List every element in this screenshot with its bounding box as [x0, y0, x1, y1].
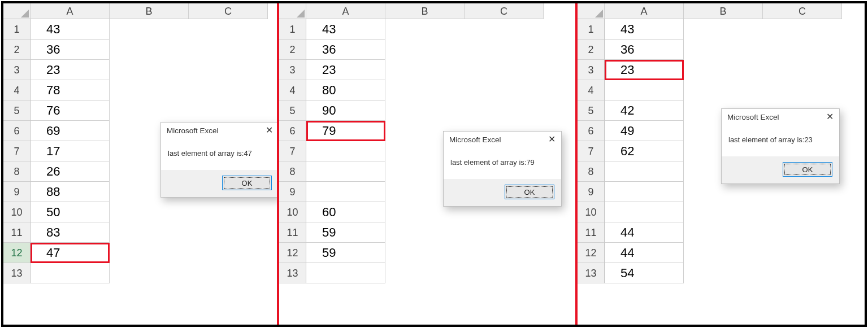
row-header[interactable]: 3 — [578, 60, 605, 80]
cell[interactable] — [110, 60, 189, 80]
cell[interactable] — [763, 40, 842, 60]
cell[interactable] — [763, 19, 842, 40]
ok-button[interactable]: OK — [505, 185, 554, 199]
cell[interactable] — [110, 80, 189, 100]
cell[interactable] — [763, 80, 842, 100]
row-header[interactable]: 2 — [279, 40, 306, 60]
cell[interactable] — [110, 243, 189, 263]
ok-button[interactable]: OK — [783, 162, 832, 177]
cell[interactable]: 43 — [306, 19, 385, 40]
row-header[interactable]: 1 — [578, 19, 605, 40]
select-all-corner[interactable] — [3, 3, 31, 19]
column-header-C[interactable]: C — [763, 3, 842, 19]
cell[interactable] — [465, 263, 544, 283]
row-header[interactable]: 2 — [578, 40, 605, 60]
cell[interactable]: 23 — [31, 60, 110, 80]
column-header-A[interactable]: A — [605, 3, 684, 19]
cell[interactable]: 36 — [605, 40, 684, 60]
cell[interactable] — [385, 80, 465, 100]
cell[interactable]: 44 — [605, 222, 684, 243]
cell[interactable] — [385, 60, 465, 80]
select-all-corner[interactable] — [279, 3, 306, 19]
cell[interactable] — [189, 80, 268, 100]
close-icon[interactable]: ✕ — [824, 112, 835, 122]
cell[interactable]: 50 — [31, 202, 110, 222]
cell[interactable]: 83 — [31, 222, 110, 243]
cell[interactable] — [385, 222, 465, 243]
cell[interactable] — [684, 19, 763, 40]
row-header[interactable]: 7 — [279, 141, 306, 161]
cell[interactable] — [684, 80, 763, 100]
cell[interactable] — [385, 243, 465, 263]
cell[interactable] — [189, 263, 268, 283]
cell[interactable]: 62 — [605, 141, 684, 161]
cell[interactable] — [306, 161, 385, 182]
cell[interactable] — [763, 243, 842, 263]
cell[interactable]: 80 — [306, 80, 385, 100]
cell[interactable] — [385, 263, 465, 283]
cell[interactable]: 44 — [605, 243, 684, 263]
row-header[interactable]: 5 — [578, 100, 605, 121]
row-header[interactable]: 1 — [279, 19, 306, 40]
cell[interactable]: 36 — [306, 40, 385, 60]
cell[interactable] — [110, 222, 189, 243]
cell[interactable]: 69 — [31, 121, 110, 141]
cell[interactable] — [684, 263, 763, 283]
cell[interactable]: 42 — [605, 100, 684, 121]
cell[interactable] — [189, 222, 268, 243]
row-header[interactable]: 7 — [578, 141, 605, 161]
cell[interactable] — [110, 19, 189, 40]
row-header[interactable]: 9 — [3, 182, 31, 202]
cell[interactable] — [189, 100, 268, 121]
column-header-B[interactable]: B — [684, 3, 763, 19]
cell[interactable]: 47 — [31, 243, 110, 263]
column-header-B[interactable]: B — [110, 3, 189, 19]
cell[interactable] — [684, 40, 763, 60]
row-header[interactable]: 8 — [279, 161, 306, 182]
row-header[interactable]: 10 — [3, 202, 31, 222]
cell[interactable]: 79 — [306, 121, 385, 141]
row-header[interactable]: 8 — [578, 161, 605, 182]
row-header[interactable]: 1 — [3, 19, 31, 40]
row-header[interactable]: 5 — [3, 100, 31, 121]
cell[interactable]: 60 — [306, 202, 385, 222]
cell[interactable] — [189, 243, 268, 263]
cell[interactable] — [110, 40, 189, 60]
row-header[interactable]: 4 — [279, 80, 306, 100]
column-header-A[interactable]: A — [306, 3, 385, 19]
cell[interactable] — [763, 182, 842, 202]
cell[interactable] — [385, 40, 465, 60]
row-header[interactable]: 6 — [279, 121, 306, 141]
cell[interactable]: 49 — [605, 121, 684, 141]
row-header[interactable]: 8 — [3, 161, 31, 182]
row-header[interactable]: 13 — [578, 263, 605, 283]
cell[interactable] — [465, 80, 544, 100]
row-header[interactable]: 3 — [279, 60, 306, 80]
row-header[interactable]: 12 — [279, 243, 306, 263]
cell[interactable] — [385, 100, 465, 121]
cell[interactable]: 76 — [31, 100, 110, 121]
row-header[interactable]: 7 — [3, 141, 31, 161]
row-header[interactable]: 12 — [578, 243, 605, 263]
cell[interactable] — [306, 141, 385, 161]
ok-button[interactable]: OK — [222, 176, 272, 190]
cell[interactable] — [465, 60, 544, 80]
row-header[interactable]: 4 — [578, 80, 605, 100]
cell[interactable] — [684, 222, 763, 243]
column-header-B[interactable]: B — [385, 3, 465, 19]
row-header[interactable]: 5 — [279, 100, 306, 121]
column-header-A[interactable]: A — [31, 3, 110, 19]
cell[interactable]: 17 — [31, 141, 110, 161]
cell[interactable]: 43 — [605, 19, 684, 40]
cell[interactable]: 43 — [31, 19, 110, 40]
cell[interactable]: 26 — [31, 161, 110, 182]
row-header[interactable]: 3 — [3, 60, 31, 80]
row-header[interactable]: 11 — [578, 222, 605, 243]
cell[interactable] — [189, 40, 268, 60]
cell[interactable] — [189, 202, 268, 222]
cell[interactable] — [763, 222, 842, 243]
row-header[interactable]: 10 — [279, 202, 306, 222]
cell[interactable] — [306, 182, 385, 202]
cell[interactable] — [465, 222, 544, 243]
cell[interactable] — [763, 263, 842, 283]
